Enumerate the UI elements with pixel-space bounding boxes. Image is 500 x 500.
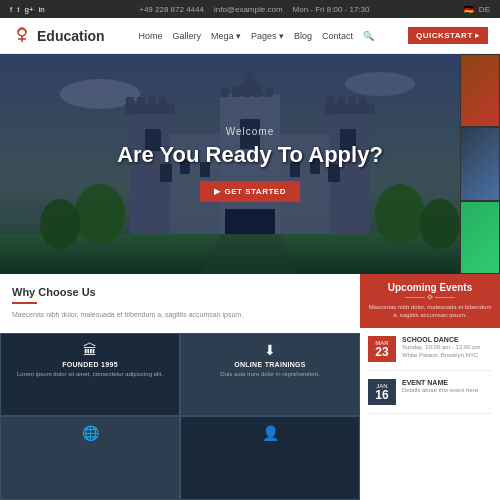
- nav-home[interactable]: Home: [138, 31, 162, 41]
- divider-diamond: [427, 294, 433, 300]
- thumb-3[interactable]: [460, 201, 500, 274]
- main-nav: Home Gallery Mega ▾ Pages ▾ Blog Contact…: [138, 31, 374, 41]
- event-day-1: 23: [374, 346, 390, 358]
- event-date-box-1: MAR 23: [368, 336, 396, 362]
- event-day-2: 16: [374, 389, 390, 401]
- quickstart-button[interactable]: QUICKSTART ▸: [408, 27, 488, 44]
- globe-icon: 🌐: [7, 425, 173, 441]
- event-info-2: EVENT NAME Details about this event here: [402, 379, 478, 405]
- why-choose-section: Why Choose Us Maecenas nibh dolor, males…: [0, 274, 360, 333]
- feature-online-label: ONLINE TRAININGS: [187, 361, 353, 368]
- logo-text: Education: [37, 28, 105, 44]
- event-name-2: EVENT NAME: [402, 379, 478, 386]
- event-item-2[interactable]: JAN 16 EVENT NAME Details about this eve…: [368, 379, 492, 414]
- lang-selector[interactable]: 🇩🇪 DE: [464, 5, 490, 14]
- nav-mega[interactable]: Mega ▾: [211, 31, 241, 41]
- event-item-1[interactable]: MAR 23 SCHOOL DANCE Sunday, 10:00 am - 1…: [368, 336, 492, 371]
- events-divider: [368, 295, 492, 299]
- event-name-1: SCHOOL DANCE: [402, 336, 492, 343]
- header: Education Home Gallery Mega ▾ Pages ▾ Bl…: [0, 18, 500, 54]
- hero-thumbnails: [460, 54, 500, 274]
- main-layout: Why Choose Us Maecenas nibh dolor, males…: [0, 274, 500, 500]
- events-header: Upcoming Events Maecenas nibh dolor, mal…: [360, 274, 500, 328]
- logo[interactable]: Education: [12, 26, 105, 46]
- social-links[interactable]: f t g+ in: [10, 5, 45, 14]
- feature-founded-desc: Lorem ipsum dolor sit amet, consectetur …: [7, 370, 173, 378]
- feature-online: ⬇ ONLINE TRAININGS Duis aute irure dolor…: [180, 333, 360, 417]
- nav-blog[interactable]: Blog: [294, 31, 312, 41]
- linkedin-icon[interactable]: in: [39, 5, 45, 14]
- nav-contact[interactable]: Contact: [322, 31, 353, 41]
- why-text: Maecenas nibh dolor, malesuada et bibend…: [12, 310, 348, 321]
- svg-point-41: [40, 199, 80, 249]
- flag-icon: 🇩🇪: [464, 5, 474, 14]
- event-date-box-2: JAN 16: [368, 379, 396, 405]
- feature-online-desc: Duis aute irure dolor in reprehenderit.: [187, 370, 353, 378]
- download-icon: ⬇: [187, 342, 353, 358]
- feature-founded-label: FOUNDED 1995: [7, 361, 173, 368]
- divider-line-left: [405, 297, 425, 298]
- left-panel: Why Choose Us Maecenas nibh dolor, males…: [0, 274, 360, 500]
- twitter-icon[interactable]: t: [17, 5, 19, 14]
- watermark: TERON1.R: [447, 487, 498, 498]
- nav-pages[interactable]: Pages ▾: [251, 31, 284, 41]
- why-title: Why Choose Us: [12, 286, 348, 298]
- feature-founded: 🏛 FOUNDED 1995 Lorem ipsum dolor sit ame…: [0, 333, 180, 417]
- building-icon: 🏛: [7, 342, 173, 358]
- thumb-1[interactable]: [460, 54, 500, 127]
- nav-gallery[interactable]: Gallery: [173, 31, 202, 41]
- facebook-icon[interactable]: f: [10, 5, 12, 14]
- hero-welcome-text: Welcome: [117, 126, 383, 137]
- feature-contact: 👤: [180, 416, 360, 500]
- play-icon: ▶: [214, 187, 221, 196]
- logo-icon: [12, 26, 32, 46]
- events-title: Upcoming Events: [368, 282, 492, 293]
- hours: Mon - Fri 8:00 - 17:30: [293, 5, 370, 14]
- events-description: Maecenas nibh dolor, malesuada et bibend…: [368, 303, 492, 320]
- event-detail-1: Sunday, 10:00 am - 12:00 pm White Palace…: [402, 343, 492, 360]
- event-detail-2: Details about this event here: [402, 386, 478, 394]
- search-icon[interactable]: 🔍: [363, 31, 374, 41]
- lang-code: DE: [479, 5, 490, 14]
- contact-info: +49 228 872 4444 info@example.com Mon - …: [139, 5, 369, 14]
- hero-section: Welcome Are You Ready To Apply? ▶ GET ST…: [0, 54, 500, 274]
- google-icon[interactable]: g+: [24, 5, 33, 14]
- contact-icon: 👤: [187, 425, 353, 441]
- hero-title: Are You Ready To Apply?: [117, 142, 383, 168]
- svg-point-42: [420, 199, 460, 249]
- section-divider: [12, 302, 37, 304]
- get-started-button[interactable]: ▶ GET STARTED: [200, 181, 300, 202]
- divider-line-right: [435, 297, 455, 298]
- thumb-2[interactable]: [460, 127, 500, 200]
- feature-globe: 🌐: [0, 416, 180, 500]
- cta-label: GET STARTED: [225, 187, 286, 196]
- events-panel: Upcoming Events Maecenas nibh dolor, mal…: [360, 274, 500, 500]
- event-info-1: SCHOOL DANCE Sunday, 10:00 am - 12:00 pm…: [402, 336, 492, 362]
- top-bar: f t g+ in +49 228 872 4444 info@example.…: [0, 0, 500, 18]
- hero-content: Welcome Are You Ready To Apply? ▶ GET ST…: [117, 126, 383, 202]
- phone-number: +49 228 872 4444: [139, 5, 204, 14]
- email-address: info@example.com: [214, 5, 283, 14]
- feature-tiles: 🏛 FOUNDED 1995 Lorem ipsum dolor sit ame…: [0, 333, 360, 501]
